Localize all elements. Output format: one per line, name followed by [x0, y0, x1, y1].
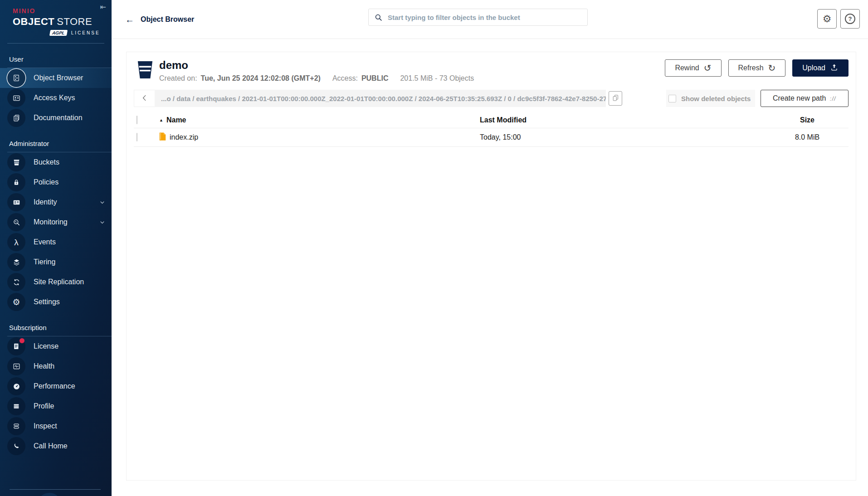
sidebar-item-label: Events [34, 238, 56, 246]
help-button[interactable]: ? [840, 9, 860, 29]
health-icon [7, 357, 25, 375]
collapse-sidebar-icon[interactable]: ⇤ [100, 3, 106, 11]
column-header-name-label: Name [166, 116, 186, 124]
show-deleted-label: Show deleted objects [681, 95, 751, 102]
sidebar-item-label: Health [34, 362, 54, 370]
chevron-left-icon [140, 93, 149, 104]
show-deleted-panel: Show deleted objects [666, 90, 755, 107]
product-name: OBJECTSTORE [13, 16, 112, 28]
monitoring-icon [7, 213, 25, 231]
sidebar-item-object-browser[interactable]: Object Browser [0, 68, 112, 88]
refresh-button-label: Refresh [738, 64, 764, 72]
breadcrumb-back-button[interactable] [134, 90, 155, 107]
sidebar-section-label: User [0, 44, 112, 68]
sidebar-item-performance[interactable]: Performance [0, 376, 112, 396]
sidebar-item-identity[interactable]: Identity [0, 192, 112, 212]
topbar: ← Object Browser ⚙ ? [112, 0, 868, 39]
sidebar-item-health[interactable]: Health [0, 356, 112, 376]
divider [10, 489, 101, 490]
license-icon [7, 337, 25, 355]
search-input[interactable] [368, 9, 588, 26]
access-value: PUBLIC [361, 74, 389, 83]
show-deleted-checkbox[interactable] [668, 95, 676, 102]
copy-path-button[interactable] [609, 91, 622, 106]
product-name-light: STORE [57, 16, 92, 27]
sidebar-item-call-home[interactable]: Call Home [0, 436, 112, 456]
objects-table: ▲Name Last Modified Size index.zipToday,… [134, 112, 848, 147]
search-box [368, 9, 588, 26]
create-new-path-button[interactable]: Create new path :// [761, 90, 848, 107]
column-header-last-modified[interactable]: Last Modified [473, 116, 766, 124]
license-row: AGPL LICENSE [50, 30, 112, 36]
sidebar-item-events[interactable]: λEvents [0, 232, 112, 252]
sidebar: ⇤ MINIO OBJECTSTORE AGPL LICENSE UserObj… [0, 0, 112, 496]
profile-icon [7, 397, 25, 415]
settings-icon: ⚙ [7, 293, 25, 311]
sidebar-item-access-keys[interactable]: Access Keys [0, 88, 112, 108]
row-checkbox[interactable] [137, 133, 137, 141]
refresh-button[interactable]: Refresh ↻ [728, 59, 786, 77]
sidebar-item-site-replication[interactable]: Site Replication [0, 272, 112, 292]
copy-icon [612, 94, 619, 103]
table-header-row: ▲Name Last Modified Size [134, 112, 848, 128]
sidebar-item-monitoring[interactable]: Monitoring [0, 212, 112, 232]
back-arrow-icon[interactable]: ← [125, 15, 134, 24]
sidebar-item-tiering[interactable]: Tiering [0, 252, 112, 272]
sidebar-item-label: Tiering [34, 258, 55, 266]
object-size: 8.0 MiB [766, 133, 848, 141]
select-all-checkbox[interactable] [137, 116, 137, 124]
access-keys-icon [7, 89, 25, 107]
table-body: index.zipToday, 15:008.0 MiB [134, 128, 848, 147]
sidebar-nav: UserObject BrowserAccess KeysDocumentati… [0, 44, 112, 456]
sidebar-item-inspect[interactable]: Inspect [0, 416, 112, 436]
buckets-icon [7, 153, 25, 171]
table-row[interactable]: index.zipToday, 15:008.0 MiB [134, 128, 848, 147]
help-icon: ? [845, 14, 855, 24]
object-browser-icon [7, 69, 25, 87]
license-label: LICENSE [71, 30, 100, 35]
sidebar-item-label: Settings [34, 298, 60, 306]
rewind-button[interactable]: Rewind ↺ [665, 59, 721, 77]
sidebar-item-label: Buckets [34, 158, 59, 166]
sidebar-item-buckets[interactable]: Buckets [0, 152, 112, 172]
sidebar-item-label: Performance [34, 382, 75, 390]
chevron-down-icon [99, 199, 106, 208]
column-header-name[interactable]: ▲Name [159, 116, 473, 124]
column-header-size[interactable]: Size [766, 116, 848, 124]
object-last-modified: Today, 15:00 [473, 133, 766, 141]
sidebar-item-label: Site Replication [34, 278, 84, 286]
settings-button[interactable]: ⚙ [817, 9, 837, 29]
sidebar-item-label: Object Browser [34, 74, 83, 82]
tiering-icon [7, 253, 25, 271]
sidebar-item-label: Monitoring [34, 218, 68, 226]
zip-file-icon [159, 132, 166, 142]
sidebar-bottom-icon[interactable] [37, 493, 62, 496]
sidebar-item-documentation[interactable]: Documentation [0, 108, 112, 128]
sidebar-item-profile[interactable]: Profile [0, 396, 112, 416]
sidebar-item-license[interactable]: License [0, 336, 112, 356]
bucket-header: demo Created on: Tue, Jun 25 2024 12:02:… [134, 59, 848, 83]
notification-dot-icon [20, 338, 24, 343]
create-new-path-label: Create new path [773, 94, 826, 102]
bucket-icon [137, 60, 154, 81]
page-title: Object Browser [141, 15, 194, 24]
sidebar-section-label: Administrator [0, 128, 112, 152]
policies-icon [7, 173, 25, 191]
minio-wordmark: MINIO [13, 7, 112, 15]
call-home-icon [7, 437, 25, 455]
sidebar-item-settings[interactable]: ⚙Settings [0, 292, 112, 312]
agpl-logo-icon: AGPL [49, 30, 68, 36]
sidebar-item-policies[interactable]: Policies [0, 172, 112, 192]
performance-icon [7, 377, 25, 395]
events-icon: λ [7, 233, 25, 251]
upload-button-label: Upload [802, 64, 825, 72]
inspect-icon [7, 417, 25, 435]
object-browser-card: demo Created on: Tue, Jun 25 2024 12:02:… [126, 52, 856, 481]
sidebar-item-label: License [34, 342, 59, 350]
sidebar-item-label: Identity [34, 198, 57, 206]
sidebar-item-label: Profile [34, 402, 54, 410]
bucket-meta: Created on: Tue, Jun 25 2024 12:02:08 (G… [159, 74, 474, 83]
bucket-usage: 201.5 MiB - 73 Objects [400, 74, 474, 83]
upload-button[interactable]: Upload [792, 59, 848, 77]
sidebar-item-label: Inspect [34, 422, 57, 430]
